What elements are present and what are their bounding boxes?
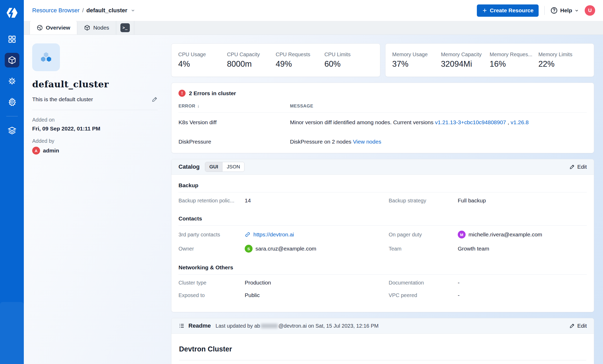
networking-field-row: Cluster type Production Documentation - (178, 275, 587, 291)
pencil-icon (569, 164, 575, 170)
field-label: Backup strategy (389, 198, 458, 204)
create-resource-button[interactable]: Create Resource (477, 4, 539, 17)
metric-label: CPU Limits (324, 52, 373, 58)
sidebar-bottom-panel (0, 302, 24, 364)
catalog-header: Catalog GUI JSON Edit (171, 159, 594, 175)
create-resource-label: Create Resource (490, 7, 534, 14)
sidebar-divider (6, 116, 18, 116)
page-header: Resource Browser / default_cluster Creat… (24, 0, 603, 21)
breadcrumb: Resource Browser / default_cluster (32, 7, 135, 14)
field-label: Exposed to (178, 292, 245, 298)
link-separator: , (506, 119, 511, 125)
readme-meta-suffix: @devtron.ai on Sat, 15 Jul 2023, 12:16 P… (278, 323, 379, 329)
cluster-tabbar: Overview Nodes >_ (24, 21, 603, 35)
owner-email: sara.cruz@example.com (255, 246, 316, 252)
memory-limits-metric: Memory Limits 22% (538, 52, 587, 69)
avatar-admin: A (32, 147, 40, 155)
sidebar-item-resource-browser[interactable] (5, 53, 19, 67)
tab-nodes[interactable]: Nodes (77, 21, 116, 35)
field-label: Owner (178, 246, 245, 252)
sort-down-arrow-icon: ↓ (197, 104, 199, 109)
header-divider (544, 6, 545, 15)
view-nodes-link[interactable]: View nodes (353, 139, 381, 145)
section-heading-backup: Backup (178, 175, 587, 189)
chevron-down-icon[interactable] (131, 8, 135, 13)
cpu-metrics-card: CPU Usage 4% CPU Capacity 8000m CPU Requ… (171, 43, 380, 77)
memory-requests-metric: Memory Reques... 16% (490, 52, 538, 69)
tab-cluster-terminal[interactable]: >_ (116, 21, 134, 35)
cpu-limits-metric: CPU Limits 60% (324, 52, 373, 69)
metric-label: CPU Requests (276, 52, 324, 58)
added-on-label: Added on (32, 117, 158, 123)
readme-heading-2: Ingress Classes available (179, 360, 586, 364)
sidebar-item-stack-manager[interactable] (5, 123, 19, 138)
k8s-version-link-2[interactable]: v1.26.8 (511, 119, 529, 125)
sidebar-nav (5, 32, 19, 138)
pager-duty-email: michelle.rivera@example.com (468, 231, 542, 238)
user-avatar[interactable]: U (585, 5, 595, 16)
field-label: On pager duty (389, 232, 458, 238)
chevron-down-icon (574, 8, 579, 13)
error-message-text: DiskPressure on 2 nodes (290, 139, 353, 145)
edit-description-pencil-icon[interactable] (152, 96, 158, 103)
pager-duty-value: M michelle.rivera@example.com (458, 231, 587, 238)
sidebar-item-chart-store[interactable] (5, 74, 19, 88)
errors-column-error[interactable]: ERROR ↓ (178, 97, 290, 113)
help-menu[interactable]: Help (550, 7, 579, 14)
edit-label: Edit (577, 164, 587, 170)
sidebar-item-global-config[interactable] (5, 95, 19, 109)
cluster-name: default_cluster (32, 79, 158, 89)
metric-value: 37% (392, 59, 441, 69)
readme-title: Readme (188, 322, 211, 329)
metric-value: 60% (324, 59, 373, 69)
metric-label: Memory Capacity (441, 52, 490, 58)
catalog-card: Catalog GUI JSON Edit Backup Backup rete… (171, 159, 594, 312)
errors-title: 2 Errors in cluster (189, 90, 236, 96)
third-party-contact-link[interactable]: https://devtron.ai (253, 231, 294, 238)
plus-icon (482, 8, 487, 13)
breadcrumb-current-cluster: default_cluster (86, 7, 127, 14)
field-value: Public (245, 292, 389, 298)
contacts-field-row: Owner S sara.cruz@example.com Team Growt… (178, 243, 587, 257)
field-label: Team (389, 246, 458, 252)
sidebar (0, 0, 24, 364)
cluster-errors-card: ! 2 Errors in cluster ERROR ↓ MESSAGE K8… (171, 83, 594, 153)
metric-label: Memory Limits (538, 52, 587, 58)
tab-nodes-label: Nodes (93, 25, 109, 31)
redacted-text (261, 324, 278, 328)
readme-edit-button[interactable]: Edit (569, 323, 587, 329)
sidebar-item-applications[interactable] (5, 32, 19, 47)
avatar-michelle: M (458, 231, 466, 238)
metric-value: 8000m (227, 59, 276, 69)
networking-field-row: Exposed to Public VPC peered - (178, 291, 587, 303)
error-message-text: Minor version diff identified among node… (290, 119, 435, 125)
cpu-requests-metric: CPU Requests 49% (276, 52, 324, 69)
field-value: 14 (245, 197, 389, 204)
third-party-contact-value: https://devtron.ai (245, 231, 389, 238)
section-heading-networking: Networking & Others (178, 257, 587, 271)
field-value: Full backup (458, 197, 587, 204)
metric-label: Memory Reques... (490, 52, 538, 58)
k8s-version-link-1[interactable]: v1.21.13-3+cbc10c94808907 (435, 119, 506, 125)
error-row-name: K8s Version diff (178, 113, 290, 132)
field-label: Backup retention polic... (178, 198, 245, 204)
added-by-row: A admin (32, 147, 158, 155)
metric-label: Memory Usage (392, 52, 441, 58)
divider (32, 110, 158, 110)
devtron-logo-icon[interactable] (5, 6, 19, 19)
tab-overview-label: Overview (46, 25, 70, 31)
breadcrumb-resource-browser-link[interactable]: Resource Browser (32, 7, 80, 14)
cpu-capacity-metric: CPU Capacity 8000m (227, 52, 276, 69)
errors-table: ERROR ↓ MESSAGE K8s Version diff Minor v… (178, 97, 587, 151)
toggle-json[interactable]: JSON (222, 162, 244, 172)
catalog-edit-button[interactable]: Edit (569, 164, 587, 170)
team-value: Growth team (458, 246, 587, 252)
contacts-field-row: 3rd party contacts https://devtron.ai On… (178, 226, 587, 243)
metric-label: CPU Usage (178, 52, 227, 58)
tab-overview[interactable]: Overview (30, 21, 77, 35)
field-value: - (458, 292, 587, 298)
avatar-sara: S (245, 245, 253, 253)
edit-label: Edit (577, 323, 587, 329)
readme-header: Readme Last updated by ab@devtron.ai on … (171, 318, 594, 334)
toggle-gui[interactable]: GUI (205, 162, 222, 172)
